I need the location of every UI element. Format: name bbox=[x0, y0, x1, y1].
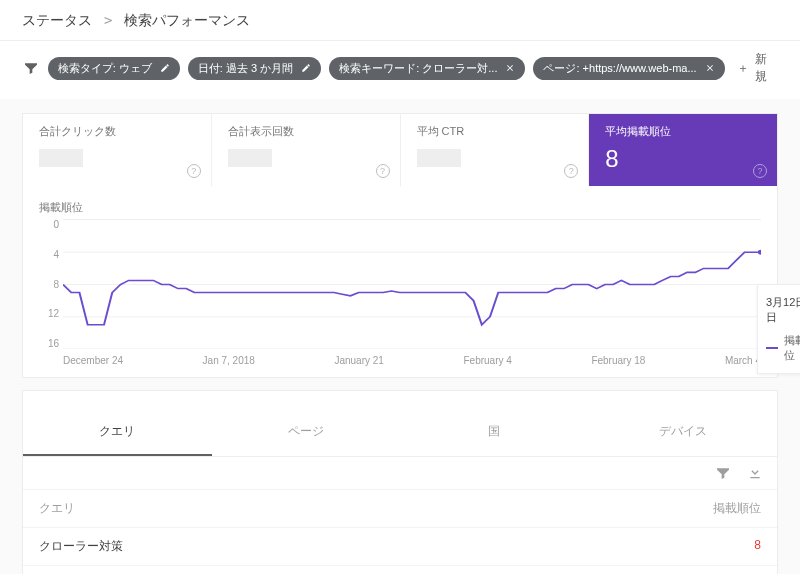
chart-tooltip: 3月12日月曜日 掲載順位 4 bbox=[757, 284, 800, 374]
col-query[interactable]: クエリ bbox=[39, 500, 713, 517]
performance-card: 合計クリック数 ? 合計表示回数 ? 平均 CTR ? 平均掲載順位 8 ? 掲… bbox=[22, 113, 778, 378]
metric-position[interactable]: 平均掲載順位 8 ? bbox=[589, 114, 777, 186]
breadcrumb-sep: > bbox=[104, 12, 112, 28]
metric-ctr[interactable]: 平均 CTR ? bbox=[401, 114, 590, 186]
chip-label: 検索キーワード: クローラー対... bbox=[339, 61, 497, 76]
plus-icon: ＋ bbox=[737, 60, 749, 77]
help-icon[interactable]: ? bbox=[187, 164, 201, 178]
metric-label: 合計クリック数 bbox=[39, 124, 195, 139]
metric-value-redacted bbox=[417, 149, 461, 167]
tab-page[interactable]: ページ bbox=[212, 409, 401, 456]
chip-search-type[interactable]: 検索タイプ: ウェブ bbox=[48, 57, 180, 80]
metric-clicks[interactable]: 合計クリック数 ? bbox=[23, 114, 212, 186]
y-axis-labels: 0 4 8 12 16 bbox=[39, 219, 59, 349]
metric-value-redacted bbox=[39, 149, 83, 167]
metric-label: 合計表示回数 bbox=[228, 124, 384, 139]
table-filter-icon[interactable] bbox=[715, 465, 731, 481]
dimension-tabs: クエリ ページ 国 デバイス bbox=[23, 409, 777, 457]
help-icon[interactable]: ? bbox=[753, 164, 767, 178]
legend-swatch bbox=[766, 347, 778, 349]
help-icon[interactable]: ? bbox=[564, 164, 578, 178]
cell-position: 8 bbox=[754, 538, 761, 555]
metric-value-redacted bbox=[228, 149, 272, 167]
filter-bar: 検索タイプ: ウェブ 日付: 過去 3 か月間 検索キーワード: クローラー対.… bbox=[0, 41, 800, 99]
breadcrumb: ステータス > 検索パフォーマンス bbox=[0, 0, 800, 41]
filter-icon[interactable] bbox=[22, 60, 40, 76]
tooltip-label: 掲載順位 bbox=[784, 333, 800, 363]
metric-label: 平均 CTR bbox=[417, 124, 573, 139]
tooltip-date: 3月12日月曜日 bbox=[766, 295, 800, 325]
chart-area: 掲載順位 0 4 8 12 16 bbox=[23, 186, 777, 377]
pager: 1 ページあたりの行数: 10 ▾ 1～1/1 〈 〉 bbox=[23, 565, 777, 574]
tab-query[interactable]: クエリ bbox=[23, 409, 212, 456]
metric-impressions[interactable]: 合計表示回数 ? bbox=[212, 114, 401, 186]
metric-value: 8 bbox=[605, 145, 761, 173]
metric-label: 平均掲載順位 bbox=[605, 124, 761, 139]
chip-query[interactable]: 検索キーワード: クローラー対... bbox=[329, 57, 525, 80]
tab-country[interactable]: 国 bbox=[400, 409, 589, 456]
chip-date[interactable]: 日付: 過去 3 か月間 bbox=[188, 57, 321, 80]
table-header: クエリ 掲載順位 bbox=[23, 489, 777, 527]
col-position[interactable]: 掲載順位 bbox=[713, 500, 761, 517]
chip-label: 検索タイプ: ウェブ bbox=[58, 61, 152, 76]
tab-device[interactable]: デバイス bbox=[589, 409, 778, 456]
pencil-icon[interactable] bbox=[301, 63, 311, 73]
close-icon[interactable] bbox=[705, 63, 715, 73]
close-icon[interactable] bbox=[505, 63, 515, 73]
breadcrumb-l1[interactable]: ステータス bbox=[22, 12, 92, 28]
pencil-icon[interactable] bbox=[160, 63, 170, 73]
breadcrumb-l2[interactable]: 検索パフォーマンス bbox=[124, 12, 250, 28]
cell-query: クローラー対策 bbox=[39, 538, 754, 555]
add-filter-label: 新規 bbox=[755, 51, 778, 85]
chart-title: 掲載順位 bbox=[39, 200, 761, 215]
x-axis-labels: December 24 Jan 7, 2018 January 21 Febru… bbox=[63, 351, 761, 369]
chip-label: ページ: +https://www.web-ma... bbox=[543, 61, 696, 76]
table-row[interactable]: クローラー対策 8 bbox=[23, 527, 777, 565]
help-icon[interactable]: ? bbox=[376, 164, 390, 178]
svg-point-4 bbox=[758, 250, 761, 255]
chip-label: 日付: 過去 3 か月間 bbox=[198, 61, 293, 76]
download-icon[interactable] bbox=[747, 465, 763, 481]
query-table: クエリ 掲載順位 クローラー対策 8 1 ページあたりの行数: 10 ▾ 1～1… bbox=[22, 457, 778, 574]
add-filter[interactable]: ＋ 新規 bbox=[737, 51, 778, 85]
chart-plot[interactable] bbox=[63, 219, 761, 349]
chip-page[interactable]: ページ: +https://www.web-ma... bbox=[533, 57, 724, 80]
